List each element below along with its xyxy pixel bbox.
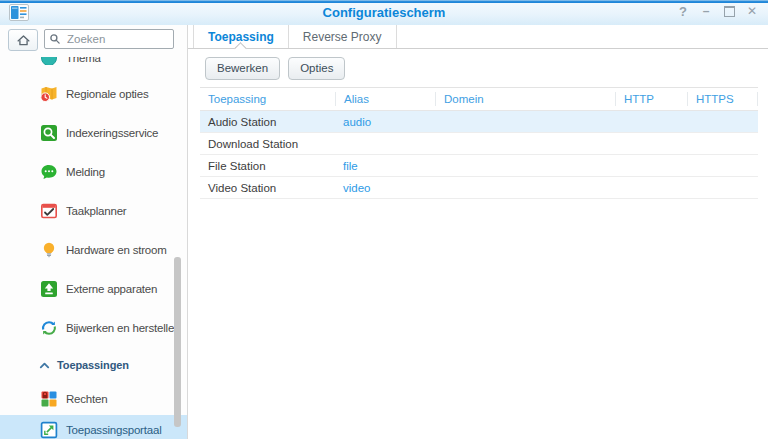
table-row-audio-station[interactable]: Audio Stationaudio <box>200 111 758 133</box>
column-header-domein[interactable]: Domein <box>435 92 615 106</box>
sidebar-item-label: Regionale opties <box>66 88 148 100</box>
help-icon[interactable]: ? <box>675 3 691 19</box>
sidebar-item-label: Hardware en stroom <box>66 244 167 256</box>
sidebar-item-hardware-en-stroom[interactable]: Hardware en stroom <box>0 230 187 269</box>
search-input[interactable] <box>65 31 169 47</box>
toolbar: Bewerken Opties <box>188 49 768 87</box>
tab-reverse-proxy[interactable]: Reverse Proxy <box>289 25 397 48</box>
sidebar-toolbar <box>0 25 187 57</box>
column-header-http[interactable]: HTTP <box>615 92 687 106</box>
sidebar-list: ThemaRegionale optiesIndexeringsserviceM… <box>0 57 187 347</box>
external-devices-icon <box>40 280 58 298</box>
column-header-toepassing[interactable]: Toepassing <box>200 92 335 106</box>
application-portal-icon <box>40 421 58 439</box>
tab-toepassing[interactable]: Toepassing <box>193 25 289 48</box>
sidebar-item-bijwerken-en-herstellen[interactable]: Bijwerken en herstellen <box>0 308 187 347</box>
sidebar-item-label: Bijwerken en herstellen <box>66 322 180 334</box>
sidebar-section-applications[interactable]: Toepassingen <box>0 347 187 383</box>
cell-application: Video Station <box>200 182 335 194</box>
window-title: Configuratiescherm <box>0 5 768 20</box>
search-box <box>44 29 174 49</box>
sidebar-scrollbar-thumb[interactable] <box>174 257 181 427</box>
titlebar: Configuratiescherm ? – ✕ <box>0 0 768 25</box>
sidebar-item-externe-apparaten[interactable]: Externe apparaten <box>0 269 187 308</box>
regional-options-icon <box>40 85 58 103</box>
notification-icon <box>40 163 58 181</box>
table-header: Toepassing Alias Domein HTTP HTTPS <box>200 88 758 111</box>
search-icon <box>49 33 61 45</box>
table-row-download-station[interactable]: Download Station <box>200 133 758 155</box>
minimize-icon[interactable]: – <box>698 3 714 19</box>
maximize-icon[interactable] <box>721 3 737 19</box>
sidebar-item-label: Melding <box>66 166 105 178</box>
cell-application: File Station <box>200 160 335 172</box>
titlebar-accent-line <box>0 0 768 3</box>
close-icon[interactable]: ✕ <box>744 3 760 19</box>
sidebar-item-toepassingsportaal[interactable]: Toepassingsportaal <box>0 415 187 439</box>
column-header-alias[interactable]: Alias <box>335 92 435 106</box>
sidebar-item-label: Taakplanner <box>66 205 126 217</box>
edit-button[interactable]: Bewerken <box>205 57 280 80</box>
update-restore-icon <box>40 319 58 337</box>
applications-table: Toepassing Alias Domein HTTP HTTPS Audio… <box>200 87 758 199</box>
table-body: Audio StationaudioDownload StationFile S… <box>200 111 758 199</box>
table-row-file-station[interactable]: File Stationfile <box>200 155 758 177</box>
sidebar-item-melding[interactable]: Melding <box>0 152 187 191</box>
window-controls: ? – ✕ <box>675 3 760 19</box>
tab-label: Toepassing <box>208 30 274 44</box>
table-row-video-station[interactable]: Video Stationvideo <box>200 177 758 199</box>
column-header-https[interactable]: HTTPS <box>687 92 758 106</box>
sidebar-item-taakplanner[interactable]: Taakplanner <box>0 191 187 230</box>
home-icon <box>16 33 31 48</box>
cell-application: Download Station <box>200 138 335 150</box>
theme-icon <box>40 57 58 65</box>
tab-bar: Toepassing Reverse Proxy <box>188 25 768 49</box>
cell-alias[interactable]: video <box>335 182 435 194</box>
control-panel-window: Configuratiescherm ? – ✕ ThemaRegionale … <box>0 0 768 439</box>
cell-alias[interactable]: audio <box>335 116 435 128</box>
task-scheduler-icon <box>40 202 58 220</box>
main-panel: Toepassing Reverse Proxy Bewerken Opties… <box>188 25 768 439</box>
sidebar: ThemaRegionale optiesIndexeringsserviceM… <box>0 25 188 439</box>
sidebar-section-list: RechtenToepassingsportaal <box>0 383 187 439</box>
sidebar-item-label: Thema <box>66 57 101 64</box>
sidebar-item-indexeringsservice[interactable]: Indexeringsservice <box>0 113 187 152</box>
section-label: Toepassingen <box>57 359 129 371</box>
cell-application: Audio Station <box>200 116 335 128</box>
sidebar-item-thema[interactable]: Thema <box>0 57 187 65</box>
sidebar-item-label: Toepassingsportaal <box>66 424 162 436</box>
sidebar-item-label: Externe apparaten <box>66 283 157 295</box>
tab-label: Reverse Proxy <box>303 30 382 44</box>
chevron-up-icon <box>38 359 51 372</box>
options-button[interactable]: Opties <box>288 57 345 80</box>
home-button[interactable] <box>8 29 38 51</box>
hardware-power-icon <box>40 241 58 259</box>
sidebar-item-rechten[interactable]: Rechten <box>0 383 187 415</box>
cell-alias[interactable]: file <box>335 160 435 172</box>
indexing-service-icon <box>40 124 58 142</box>
sidebar-item-label: Rechten <box>66 393 107 405</box>
privileges-icon <box>40 390 58 408</box>
sidebar-item-label: Indexeringsservice <box>66 127 158 139</box>
sidebar-item-regionale-opties[interactable]: Regionale opties <box>0 74 187 113</box>
